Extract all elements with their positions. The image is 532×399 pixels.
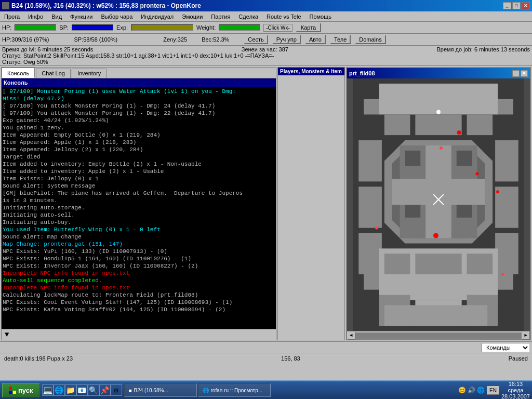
svg-point-37 [375, 227, 378, 230]
language-button[interactable]: EN [487, 386, 499, 395]
main-area: Консоль Chat Log Inventory Консоль [ 97/… [0, 66, 532, 341]
tray-icon-2: 🔊 [467, 386, 475, 394]
status-left: death:0 kills:198 Pupa x 23 [4, 355, 73, 362]
console-line: Sound alert: map change [3, 233, 275, 241]
start-button[interactable]: пуск [2, 383, 40, 397]
svg-point-34 [440, 147, 443, 150]
svg-rect-15 [415, 114, 461, 135]
taskbar-btn1-label: B24 (10.58%... [134, 388, 168, 393]
menu-info[interactable]: Инфо [26, 13, 45, 20]
menu-emocii[interactable]: Эмоции [180, 13, 205, 20]
map-scrollbar: ◄ ► [347, 331, 530, 339]
svg-rect-25 [498, 259, 513, 290]
zenei-hour: Зенеи за час: 387 [242, 46, 288, 52]
tele-button[interactable]: Теле [330, 35, 351, 44]
tab-inventory[interactable]: Inventory [72, 69, 107, 78]
menu-proga[interactable]: Прога [2, 13, 22, 20]
sest-button[interactable]: Сесть [244, 35, 268, 44]
console-line: Item Exists: Jellopy (0) x 1 [3, 175, 275, 182]
weight-label: Weight: [196, 24, 216, 31]
domains-button[interactable]: Domains [355, 35, 385, 44]
taskbar-btn2-label: rofan.ru :: Просмотр... [211, 388, 263, 393]
console-line: Incomplete NPC info found in npcs.txt [3, 284, 275, 291]
map-minimize-button[interactable]: _ [512, 70, 520, 77]
clock-time: 16:13 [501, 381, 530, 387]
statusline: death:0 kills:198 Pupa x 23 156, 83 Paus… [0, 353, 532, 363]
ruchupr-button[interactable]: Руч упр [272, 35, 301, 44]
menu-sdelka[interactable]: Сделка [236, 13, 260, 20]
bottom-bar: Команды [0, 341, 532, 353]
komand-select[interactable]: Команды [482, 343, 530, 352]
quicklaunch-icon-7[interactable]: ⚙ [111, 384, 122, 396]
close-button[interactable]: ✕ [522, 2, 530, 9]
quicklaunch-icon-4[interactable]: 📧 [76, 384, 88, 396]
tray-icons: 😊 🔊 🌐 [458, 386, 485, 394]
console-line: Sound alert: system message [3, 182, 275, 190]
svg-point-38 [433, 233, 438, 238]
left-panel: Консоль Chat Log Inventory Консоль [ 97/… [1, 67, 276, 340]
hp-value: HP:309/316 (97%) [2, 36, 49, 43]
quicklaunch-icon-6[interactable]: 📌 [99, 384, 111, 396]
menubar: Прога Инфо Вид Функции Выбор чара Индиви… [0, 11, 532, 22]
console-line: You gained 1 zeny. [3, 124, 275, 131]
scroll-track[interactable] [355, 332, 522, 339]
taskbar-btn-2[interactable]: 🌐 rofan.ru :: Просмотр... [198, 383, 271, 397]
tab-console[interactable]: Консоль [2, 68, 35, 78]
menu-individ[interactable]: Индивидуал [139, 13, 176, 20]
scroll-right-button[interactable]: ► [522, 331, 530, 340]
map-close-button[interactable]: ✕ [521, 70, 528, 77]
menu-route[interactable]: Route vs Tele [264, 13, 303, 20]
console-line: [ 97/100] Monster Poring (1) uses Water … [3, 88, 275, 95]
console-line: Item Appeared: Apple (1) x 1 (218, 283) [3, 139, 275, 146]
menu-vid[interactable]: Вид [49, 13, 64, 20]
tab-chatlog[interactable]: Chat Log [36, 69, 71, 78]
menu-help[interactable]: Помощь [308, 13, 334, 20]
map-panel: prt_fild08 _ ✕ [346, 67, 531, 340]
svg-rect-20 [495, 140, 518, 181]
hpspbar: HP:309/316 (97%) SP:58/58 (100%) Zeny:32… [0, 34, 532, 46]
svg-point-39 [501, 273, 504, 276]
status-right: Paused [509, 355, 528, 362]
scroll-left-button[interactable]: ◄ [347, 331, 355, 340]
console-line: NPC Exists: Gondul#p5-1 (164, 160) (ID 1… [3, 255, 275, 262]
weight-value: Вес:52.3% [202, 36, 229, 43]
middle-panel: Players, Monsters & Item [277, 67, 345, 340]
status-middle: 156, 83 [281, 355, 300, 362]
clock-day: среда [501, 387, 530, 393]
quicklaunch-icon-2[interactable]: 🌐 [54, 384, 65, 396]
console-line: Auto-sell sequence completed. [3, 277, 275, 284]
quicklaunch-icon-3[interactable]: 📁 [65, 384, 76, 396]
svg-rect-27 [415, 254, 461, 274]
menu-partiya[interactable]: Партия [209, 13, 232, 20]
console-line: NPC Exists: YuPi (160, 133) (ID 11000791… [3, 248, 275, 255]
weight-bar [219, 24, 260, 31]
sp-value: SP:58/58 (100%) [74, 36, 118, 43]
console-line: Incomplete NPC info found in npcs.txt [3, 270, 275, 277]
taskbar: пуск 💻 🌐 📁 📧 🔍 📌 ⚙ ■ B24 (10.58%... 🌐 ro… [0, 380, 532, 399]
svg-rect-45 [9, 391, 12, 394]
menu-funkcii[interactable]: Функции [68, 13, 95, 20]
clickwx-button[interactable]: -Click Wx- [263, 24, 292, 32]
taskbar-btn-1[interactable]: ■ B24 (10.58%... [124, 383, 197, 397]
console-panel[interactable]: [ 97/100] Monster Poring (1) uses Water … [2, 87, 276, 329]
quicklaunch-icon-5[interactable]: 🔍 [88, 384, 99, 396]
svg-rect-4 [498, 99, 513, 115]
middle-panel-title: Players, Monsters & Item [278, 68, 344, 75]
minimize-button[interactable]: _ [503, 2, 511, 9]
zeny-value: Zeny:325 [163, 36, 187, 43]
stat-line2: Статус: StatPoint:2 SkillPoint:15 Aspd:1… [2, 52, 530, 59]
svg-rect-43 [9, 387, 12, 390]
start-label: пуск [18, 387, 33, 394]
maximize-button[interactable]: □ [512, 2, 521, 9]
svg-rect-26 [384, 254, 410, 274]
avto-button[interactable]: Авто [305, 35, 326, 44]
time-to-job: Время до job: 6 minutes 13 seconds [436, 46, 530, 52]
quicklaunch-icon-1[interactable]: 💻 [42, 384, 54, 396]
exp-bar [131, 24, 193, 31]
input-area: ▼ [2, 329, 276, 340]
map-title-buttons: _ ✕ [512, 70, 528, 77]
menu-vyborchar[interactable]: Выбор чара [99, 13, 135, 20]
karta-button[interactable]: Карта [296, 23, 321, 32]
svg-rect-14 [384, 114, 410, 135]
clock: 16:13 среда 28.03.2007 [501, 381, 530, 399]
